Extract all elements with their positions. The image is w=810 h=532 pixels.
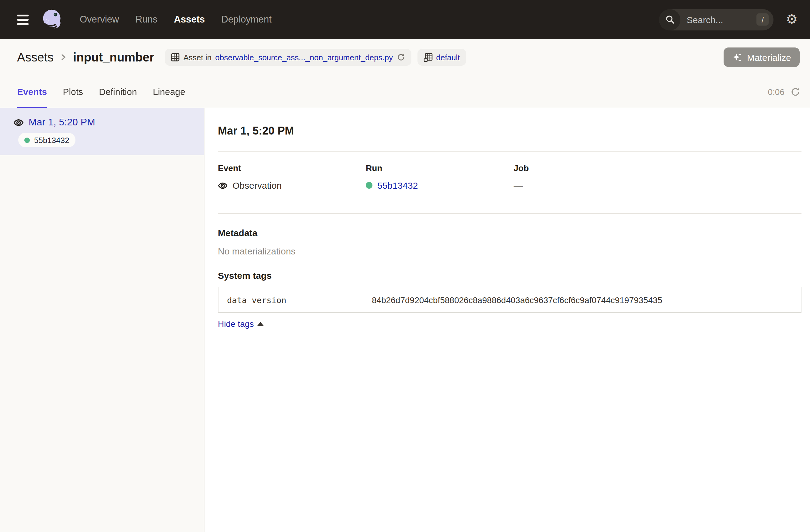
event-summary: Event Observation Run 55b13432 — [218, 162, 801, 191]
metadata-empty-text: No materializations — [218, 246, 801, 256]
breadcrumb: Assets input_number Asset in observable_… — [0, 39, 810, 76]
eye-icon — [218, 180, 228, 190]
refresh-countdown: 0:06 — [768, 87, 785, 96]
gear-icon[interactable]: ⚙ — [786, 13, 798, 26]
table-icon — [171, 53, 180, 62]
asset-group-icon — [423, 53, 432, 62]
run-column-header: Run — [366, 162, 514, 174]
nav-item-runs[interactable]: Runs — [135, 14, 157, 25]
job-column-header: Job — [514, 162, 801, 174]
chevron-right-icon — [60, 53, 67, 61]
asset-group-chip[interactable]: default — [417, 49, 466, 66]
hide-tags-link[interactable]: Hide tags — [218, 319, 254, 329]
app-root: Overview Runs Assets Deployment / ⚙ Asse… — [0, 0, 810, 532]
event-list-item[interactable]: Mar 1, 5:20 PM 55b13432 — [0, 108, 204, 155]
asset-chip-prefix: Asset in — [183, 53, 212, 62]
nav-item-overview[interactable]: Overview — [80, 14, 119, 25]
search-input[interactable] — [681, 14, 757, 25]
tab-definition[interactable]: Definition — [99, 76, 137, 108]
event-list-sidebar: Mar 1, 5:20 PM 55b13432 — [0, 108, 205, 532]
asset-group-link[interactable]: default — [436, 53, 460, 62]
search-box[interactable]: / — [659, 9, 774, 30]
event-detail-panel: Mar 1, 5:20 PM Event Observation Run — [205, 108, 810, 532]
nav-item-deployment[interactable]: Deployment — [221, 14, 272, 25]
divider — [218, 151, 801, 151]
breadcrumb-assets-link[interactable]: Assets — [17, 50, 53, 64]
tab-lineage[interactable]: Lineage — [153, 76, 185, 108]
table-row: data_version 84b26d7d9204cbf588026c8a988… — [218, 287, 801, 312]
system-tags-table: data_version 84b26d7d9204cbf588026c8a988… — [218, 287, 801, 313]
job-value: — — [514, 180, 523, 191]
event-timestamp: Mar 1, 5:20 PM — [29, 117, 95, 128]
hamburger-menu-button[interactable] — [15, 12, 31, 27]
eye-icon — [13, 117, 24, 128]
run-chip[interactable]: 55b13432 — [18, 133, 76, 147]
system-tags-heading: System tags — [218, 270, 801, 281]
event-type: Observation — [232, 180, 282, 191]
run-status-dot — [25, 137, 30, 143]
event-detail-title: Mar 1, 5:20 PM — [218, 125, 801, 137]
tag-value-cell: 84b26d7d9204cbf588026c8a9886d403a6c9637c… — [363, 287, 801, 312]
primary-nav: Overview Runs Assets Deployment — [80, 14, 272, 25]
search-icon — [659, 9, 681, 30]
run-link[interactable]: 55b13432 — [377, 180, 418, 191]
refresh-icon[interactable] — [791, 87, 800, 96]
run-chip-label: 55b13432 — [34, 135, 69, 145]
reload-definitions-icon[interactable] — [396, 53, 405, 62]
asset-definition-link[interactable]: observable_source_ass..._non_argument_de… — [215, 53, 393, 62]
materialize-button-label: Materialize — [747, 52, 791, 62]
tabs-bar: Events Plots Definition Lineage 0:06 — [0, 76, 810, 108]
materialize-button[interactable]: Materialize — [724, 47, 800, 67]
tab-plots[interactable]: Plots — [63, 76, 83, 108]
page-title: input_number — [73, 50, 154, 64]
page-header: Assets input_number Asset in observable_… — [0, 39, 810, 108]
top-navbar: Overview Runs Assets Deployment / ⚙ — [0, 0, 810, 39]
tab-events[interactable]: Events — [17, 76, 47, 108]
metadata-heading: Metadata — [218, 228, 801, 239]
divider — [218, 213, 801, 214]
tag-key-cell: data_version — [218, 287, 363, 312]
caret-up-icon — [257, 322, 263, 326]
sparkle-icon — [732, 52, 743, 62]
run-status-dot — [366, 182, 372, 189]
dagster-logo[interactable] — [41, 8, 64, 31]
asset-definition-chip: Asset in observable_source_ass..._non_ar… — [165, 49, 411, 66]
event-column-header: Event — [218, 162, 366, 174]
nav-item-assets[interactable]: Assets — [174, 14, 205, 25]
slash-shortcut-key: / — [757, 13, 769, 26]
